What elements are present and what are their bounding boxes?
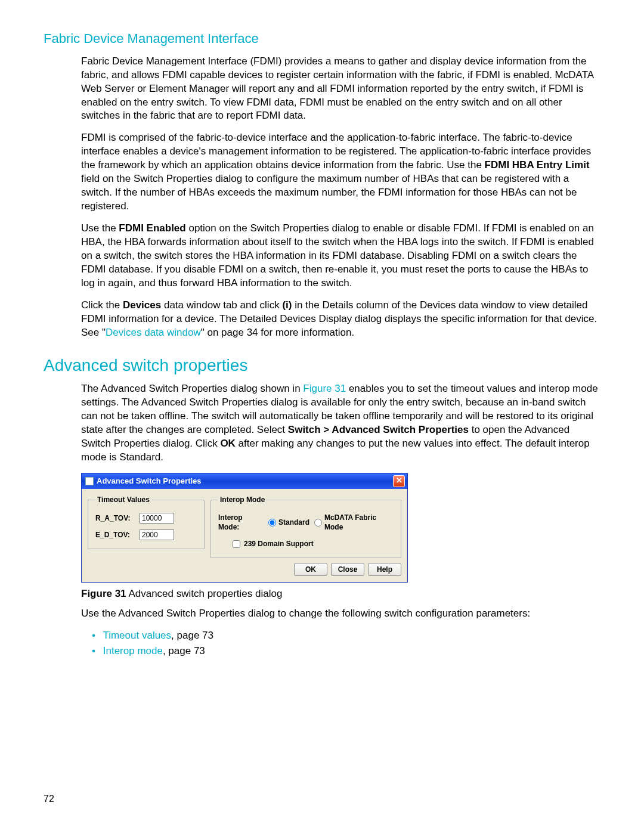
legend-interop: Interop Mode bbox=[218, 495, 267, 504]
text: Use the bbox=[81, 222, 119, 234]
bold-devices: Devices bbox=[123, 299, 161, 311]
section-heading-fdmi: Fabric Device Management Interface bbox=[44, 30, 600, 48]
ok-button[interactable]: OK bbox=[294, 563, 327, 576]
para-fdmi-3: Use the FDMI Enabled option on the Switc… bbox=[81, 222, 600, 290]
para-adv-1: The Advanced Switch Properties dialog sh… bbox=[81, 382, 600, 465]
radio-mcdata-label: McDATA Fabric Mode bbox=[324, 513, 394, 532]
checkbox-239-label: 239 Domain Support bbox=[244, 539, 314, 549]
input-ed-tov[interactable] bbox=[140, 529, 174, 540]
link-timeout-values[interactable]: Timeout values bbox=[103, 630, 171, 641]
dialog-titlebar: Advanced Switch Properties ✕ bbox=[82, 473, 407, 489]
bold-fdmi-enabled: FDMI Enabled bbox=[119, 222, 185, 234]
text: " on page 34 for more information. bbox=[201, 327, 354, 338]
para-adv-after: Use the Advanced Switch Properties dialo… bbox=[81, 607, 600, 621]
text: The Advanced Switch Properties dialog sh… bbox=[81, 383, 303, 394]
radio-standard-label: Standard bbox=[278, 518, 309, 527]
link-interop-mode[interactable]: Interop mode bbox=[103, 645, 163, 657]
para-fdmi-1: Fabric Device Management Interface (FDMI… bbox=[81, 55, 600, 123]
dialog-title: Advanced Switch Properties bbox=[97, 476, 202, 487]
para-fdmi-4: Click the Devices data window tab and cl… bbox=[81, 299, 600, 340]
dialog-screenshot: Advanced Switch Properties ✕ Timeout Val… bbox=[81, 473, 408, 583]
help-button[interactable]: Help bbox=[368, 563, 401, 576]
text: data window tab and click bbox=[161, 299, 282, 311]
link-figure-31[interactable]: Figure 31 bbox=[303, 383, 346, 394]
radio-mcdata[interactable] bbox=[314, 519, 322, 527]
advanced-switch-properties-dialog: Advanced Switch Properties ✕ Timeout Val… bbox=[81, 473, 408, 583]
figure-caption: Figure 31 Advanced switch properties dia… bbox=[81, 587, 600, 601]
label-ra-tov: R_A_TOV: bbox=[95, 513, 134, 523]
bold-ok: OK bbox=[220, 438, 236, 449]
text: , page 73 bbox=[171, 630, 213, 641]
para-fdmi-2: FDMI is comprised of the fabric-to-devic… bbox=[81, 131, 600, 213]
window-icon bbox=[85, 477, 94, 485]
section-heading-advanced: Advanced switch properties bbox=[44, 354, 600, 377]
list-item: Interop mode, page 73 bbox=[92, 645, 600, 658]
group-interop-mode: Interop Mode Interop Mode: Standard McDA… bbox=[210, 495, 401, 558]
figure-number: Figure 31 bbox=[81, 588, 126, 599]
text: Click the bbox=[81, 299, 123, 311]
label-ed-tov: E_D_TOV: bbox=[95, 530, 134, 540]
radio-standard[interactable] bbox=[268, 519, 276, 527]
label-interop-mode: Interop Mode: bbox=[218, 513, 264, 532]
legend-timeout: Timeout Values bbox=[95, 495, 151, 504]
text: field on the Switch Properties dialog to… bbox=[81, 173, 577, 212]
checkbox-239-domain[interactable] bbox=[233, 540, 240, 548]
page-number: 72 bbox=[44, 792, 54, 806]
figure-title: Advanced switch properties dialog bbox=[126, 588, 283, 599]
bold-fdmi-hba: FDMI HBA Entry Limit bbox=[485, 159, 590, 171]
link-devices-data-window[interactable]: Devices data window bbox=[106, 327, 201, 338]
close-icon[interactable]: ✕ bbox=[393, 475, 405, 487]
bold-i: (i) bbox=[282, 299, 292, 311]
bullet-list: Timeout values, page 73 Interop mode, pa… bbox=[92, 629, 600, 659]
group-timeout-values: Timeout Values R_A_TOV: E_D_TOV: bbox=[88, 495, 205, 549]
input-ra-tov[interactable] bbox=[140, 513, 174, 524]
bold-switch-menu: Switch > Advanced Switch Properties bbox=[288, 424, 469, 435]
list-item: Timeout values, page 73 bbox=[92, 629, 600, 643]
close-button[interactable]: Close bbox=[331, 563, 364, 576]
text: , page 73 bbox=[163, 645, 205, 657]
